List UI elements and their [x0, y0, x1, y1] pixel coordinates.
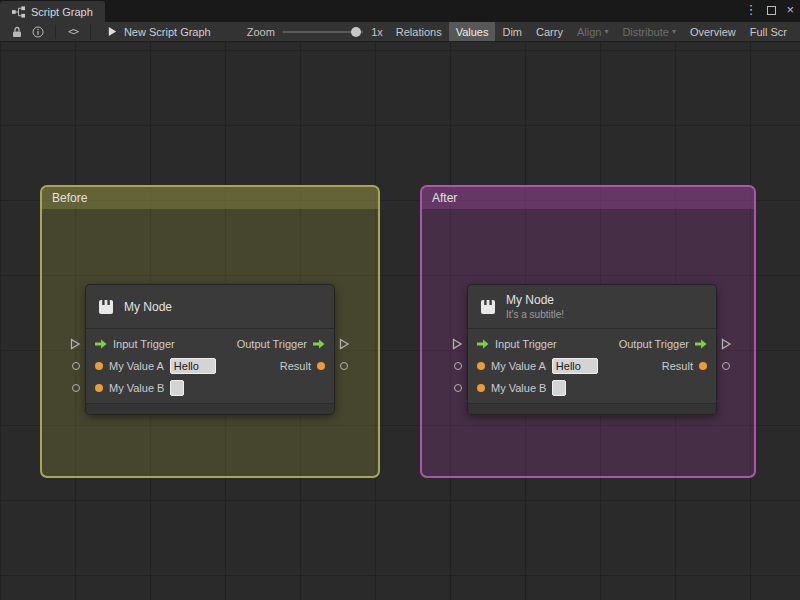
- result-label: Result: [662, 360, 693, 372]
- value-a-label: My Value A: [109, 360, 164, 372]
- external-value-b-port[interactable]: [72, 384, 80, 392]
- group-before-header[interactable]: Before: [42, 187, 378, 209]
- value-a-input[interactable]: [170, 358, 216, 374]
- node-header[interactable]: My Node It's a subtitle!: [468, 285, 716, 329]
- trigger-in-icon[interactable]: [477, 339, 489, 349]
- zoom-label: Zoom: [247, 26, 275, 38]
- node-footer: [468, 403, 716, 414]
- value-b-input[interactable]: [552, 380, 566, 396]
- chevron-down-icon: ▾: [604, 27, 608, 36]
- toolbar-divider: [55, 25, 56, 39]
- port-row-value-a: My Value A Result: [468, 355, 716, 377]
- external-trigger-in-port[interactable]: [70, 338, 81, 350]
- group-before-label: Before: [52, 191, 87, 205]
- node-footer: [86, 403, 334, 414]
- node-my-node-after[interactable]: My Node It's a subtitle! Input Trigger O…: [467, 284, 717, 415]
- tab-script-graph[interactable]: Script Graph: [0, 1, 105, 22]
- value-a-label: My Value A: [491, 360, 546, 372]
- toolbar-buttons: Relations Values Dim Carry Align ▾ Distr…: [389, 22, 794, 42]
- kebab-menu-icon[interactable]: ⋮: [744, 3, 757, 17]
- port-row-value-b: My Value B: [468, 377, 716, 399]
- value-b-label: My Value B: [109, 382, 164, 394]
- chevron-down-icon: ▾: [672, 27, 676, 36]
- result-port-icon[interactable]: [699, 362, 707, 370]
- script-graph-tab-icon: [12, 6, 25, 18]
- info-icon[interactable]: [30, 23, 48, 41]
- value-b-port-icon[interactable]: [477, 384, 485, 392]
- close-icon[interactable]: ×: [786, 3, 794, 17]
- zoom-value: 1x: [371, 26, 383, 38]
- port-row-value-a: My Value A Result: [86, 355, 334, 377]
- fullscreen-button[interactable]: Full Scr: [743, 22, 794, 42]
- node-body: Input Trigger Output Trigger My Value A …: [86, 329, 334, 403]
- graph-asset-icon: [107, 26, 118, 37]
- node-title: My Node: [124, 300, 172, 314]
- node-body: Input Trigger Output Trigger My Value A …: [468, 329, 716, 403]
- value-b-label: My Value B: [491, 382, 546, 394]
- result-port-icon[interactable]: [317, 362, 325, 370]
- tab-bar: Script Graph ⋮ ×: [0, 0, 800, 22]
- value-b-port-icon[interactable]: [95, 384, 103, 392]
- unit-icon: [96, 297, 116, 317]
- code-icon[interactable]: <>: [64, 23, 82, 41]
- output-trigger-label: Output Trigger: [619, 338, 689, 350]
- trigger-out-icon[interactable]: [695, 339, 707, 349]
- script-graph-window: Script Graph ⋮ × <> New Script Graph Zoo…: [0, 0, 800, 600]
- external-result-port[interactable]: [722, 362, 730, 370]
- node-header[interactable]: My Node: [86, 285, 334, 329]
- value-a-input[interactable]: [552, 358, 598, 374]
- trigger-in-icon[interactable]: [95, 339, 107, 349]
- group-after-header[interactable]: After: [422, 187, 754, 209]
- external-trigger-out-port[interactable]: [339, 338, 350, 350]
- graph-name-button[interactable]: New Script Graph: [107, 26, 211, 38]
- relations-button[interactable]: Relations: [389, 22, 449, 42]
- tab-label: Script Graph: [31, 6, 93, 18]
- value-a-port-icon[interactable]: [95, 362, 103, 370]
- carry-button[interactable]: Carry: [529, 22, 570, 42]
- maximize-icon[interactable]: [767, 6, 776, 15]
- overview-button[interactable]: Overview: [683, 22, 743, 42]
- external-trigger-out-port[interactable]: [721, 338, 732, 350]
- window-controls: ⋮ ×: [744, 3, 794, 17]
- result-label: Result: [280, 360, 311, 372]
- value-a-port-icon[interactable]: [477, 362, 485, 370]
- values-button[interactable]: Values: [449, 22, 496, 42]
- external-value-a-port[interactable]: [72, 362, 80, 370]
- unit-icon: [478, 297, 498, 317]
- input-trigger-label: Input Trigger: [113, 338, 175, 350]
- graph-toolbar: <> New Script Graph Zoom 1x Relations Va…: [0, 22, 800, 42]
- align-label: Align: [577, 26, 601, 38]
- node-my-node-before[interactable]: My Node Input Trigger Output Trigger My …: [85, 284, 335, 415]
- trigger-out-icon[interactable]: [313, 339, 325, 349]
- port-row-triggers: Input Trigger Output Trigger: [468, 333, 716, 355]
- graph-name-label: New Script Graph: [124, 26, 211, 38]
- value-b-input[interactable]: [170, 380, 184, 396]
- zoom-slider-handle[interactable]: [351, 27, 361, 37]
- align-button[interactable]: Align ▾: [570, 22, 615, 42]
- node-title: My Node: [506, 293, 564, 307]
- port-row-triggers: Input Trigger Output Trigger: [86, 333, 334, 355]
- external-value-a-port[interactable]: [454, 362, 462, 370]
- distribute-label: Distribute: [622, 26, 668, 38]
- zoom-slider[interactable]: [283, 25, 363, 39]
- distribute-button[interactable]: Distribute ▾: [615, 22, 682, 42]
- port-row-value-b: My Value B: [86, 377, 334, 399]
- external-value-b-port[interactable]: [454, 384, 462, 392]
- toolbar-divider: [90, 25, 91, 39]
- output-trigger-label: Output Trigger: [237, 338, 307, 350]
- input-trigger-label: Input Trigger: [495, 338, 557, 350]
- dim-button[interactable]: Dim: [495, 22, 529, 42]
- node-subtitle: It's a subtitle!: [506, 309, 564, 320]
- graph-canvas[interactable]: Before After My Node Input Trigger: [0, 42, 800, 600]
- external-trigger-in-port[interactable]: [452, 338, 463, 350]
- lock-icon[interactable]: [8, 23, 26, 41]
- group-after-label: After: [432, 191, 457, 205]
- external-result-port[interactable]: [340, 362, 348, 370]
